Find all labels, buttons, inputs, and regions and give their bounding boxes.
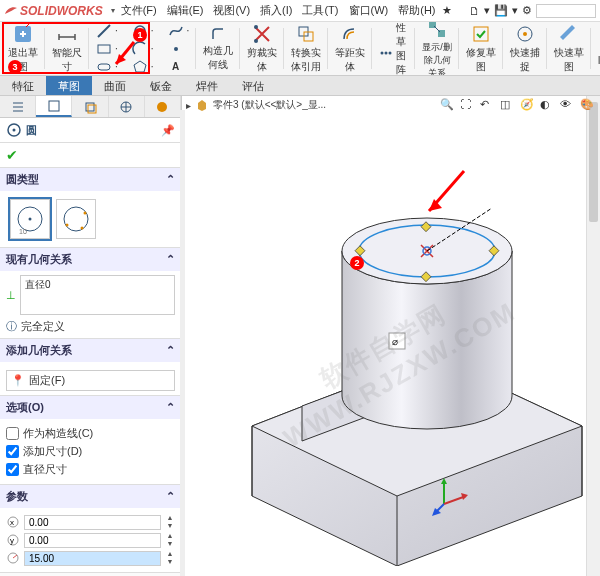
r-spin[interactable]: ▲▼	[165, 550, 175, 566]
expand-tree-icon[interactable]: ▸	[186, 100, 191, 111]
trim-button[interactable]: 剪裁实 体	[247, 23, 277, 74]
menu-file[interactable]: 文件(F)	[117, 3, 161, 18]
part-icon	[195, 98, 209, 112]
fix-label: 固定(F)	[29, 373, 65, 388]
print-icon[interactable]: ▾	[512, 4, 518, 17]
scrollbar-thumb[interactable]	[589, 102, 598, 222]
tab-features[interactable]: 特征	[0, 76, 46, 95]
repair-sketch-button[interactable]: 修复草 图	[466, 23, 496, 74]
section-circle-type[interactable]: 圆类型 ⌃	[0, 168, 181, 191]
pm-tab-config[interactable]	[72, 96, 108, 117]
options-label: 选项(O)	[6, 400, 44, 415]
menu-tools[interactable]: 工具(T)	[298, 3, 342, 18]
save-icon[interactable]: 💾	[494, 4, 508, 17]
pm-pin-icon[interactable]: 📌	[161, 124, 175, 137]
graphics-area[interactable]: ▸ 零件3 (默认<<默认>_显... 🔍 ⛶ ↶ ◫ 🧭 ◐ 👁 🎨 软件自学…	[182, 96, 600, 576]
fillet-icon	[210, 26, 226, 42]
open-doc-icon[interactable]: ▾	[484, 4, 490, 17]
new-doc-icon[interactable]: 🗋	[469, 5, 480, 17]
display-style-icon[interactable]: ◐	[540, 98, 556, 114]
cx-spin[interactable]: ▲▼	[165, 514, 175, 530]
menu-help[interactable]: 帮助(H)	[394, 3, 439, 18]
star-icon[interactable]: ★	[442, 4, 452, 17]
pm-scroll[interactable]: 圆类型 ⌃ 10 现有几何关系 ⌃ ⊥	[0, 168, 181, 576]
part-title[interactable]: 零件3 (默认<<默认>_显...	[213, 98, 326, 112]
dimension-icon	[56, 23, 78, 45]
fillet-tool[interactable]	[210, 26, 226, 42]
pattern-icon	[379, 41, 393, 57]
line-tool[interactable]: ·	[96, 23, 118, 39]
construction-label: 作为构造线(C)	[23, 426, 93, 441]
rapid-sketch-button[interactable]: 快速草 图	[554, 23, 584, 74]
param-cy-input[interactable]	[24, 533, 161, 548]
menu-edit[interactable]: 编辑(E)	[163, 3, 208, 18]
param-r-input[interactable]	[24, 551, 161, 566]
cy-spin[interactable]: ▲▼	[165, 532, 175, 548]
linear-pattern-button[interactable]: 线性草图阵列	[379, 22, 408, 76]
pm-tab-feature[interactable]	[0, 96, 36, 117]
menu-view[interactable]: 视图(V)	[209, 3, 254, 18]
display-relations-button[interactable]: 显示/删 除几何 关系	[422, 22, 452, 76]
search-input[interactable]	[536, 4, 596, 18]
circle-type-perimeter[interactable]	[56, 199, 96, 239]
spline-tool[interactable]: ·	[168, 23, 190, 39]
menubar: SOLIDWORKS ▾ 文件(F) 编辑(E) 视图(V) 插入(I) 工具(…	[0, 0, 600, 22]
menu-window[interactable]: 窗口(W)	[345, 3, 393, 18]
zoom-fit-icon[interactable]: 🔍	[440, 98, 456, 114]
view-triad[interactable]	[432, 476, 472, 516]
collapse-icon: ⌃	[166, 401, 175, 414]
relation-item[interactable]: 直径0	[25, 279, 51, 290]
add-fix-button[interactable]: 📍 固定(F)	[6, 370, 175, 391]
diam-dim-label: 直径尺寸	[23, 462, 67, 477]
relations-list[interactable]: 直径0	[20, 275, 175, 315]
section-params[interactable]: 参数 ⌃	[0, 485, 181, 508]
hide-show-icon[interactable]: 👁	[560, 98, 576, 114]
zoom-area-icon[interactable]: ⛶	[460, 98, 476, 114]
opt-diam-dim[interactable]: 直径尺寸	[6, 462, 175, 477]
trim-icon	[251, 23, 273, 45]
circle-type-center[interactable]: 10	[10, 199, 50, 239]
opt-construction[interactable]: 作为构造线(C)	[6, 426, 175, 441]
section-add-relations[interactable]: 添加几何关系 ⌃	[0, 339, 181, 362]
collapse-icon: ⌃	[166, 173, 175, 186]
add-dim-checkbox[interactable]	[6, 445, 19, 458]
svg-point-11	[381, 51, 384, 54]
menu-insert[interactable]: 插入(I)	[256, 3, 296, 18]
tab-sketch[interactable]: 草图	[46, 76, 92, 95]
tab-weldment[interactable]: 焊件	[184, 76, 230, 95]
text-tool[interactable]: A	[168, 59, 190, 75]
diam-dim-checkbox[interactable]	[6, 463, 19, 476]
relations-icon	[426, 22, 448, 40]
construction-checkbox[interactable]	[6, 427, 19, 440]
view-orient-icon[interactable]: 🧭	[520, 98, 536, 114]
convert-entities-button[interactable]: 转换实 体引用	[291, 23, 321, 74]
annotation-arrow-ribbon	[110, 40, 150, 80]
panel-splitter[interactable]	[180, 110, 185, 576]
view-toolbar: 🔍 ⛶ ↶ ◫ 🧭 ◐ 👁 🎨	[440, 98, 596, 114]
dropdown-icon[interactable]: ▾	[111, 6, 115, 15]
svg-rect-17	[474, 27, 488, 41]
smart-dimension-button[interactable]: 智能尺 寸	[52, 23, 82, 74]
exit-sketch-icon	[12, 23, 34, 45]
ok-button[interactable]: ✔	[6, 147, 18, 163]
canvas-scrollbar[interactable]	[586, 96, 600, 576]
rapid-sketch-label: 快速草 图	[554, 46, 584, 74]
edit-appearance-icon[interactable]: 🎨	[580, 98, 596, 114]
quick-snap-button[interactable]: 快速捕 捉	[510, 23, 540, 74]
section-relations[interactable]: 现有几何关系 ⌃	[0, 248, 181, 271]
pm-tab-property[interactable]	[36, 96, 72, 117]
model-view[interactable]: ⌀	[182, 96, 600, 566]
svg-rect-22	[88, 105, 96, 113]
collapse-icon: ⌃	[166, 344, 175, 357]
section-options[interactable]: 选项(O) ⌃	[0, 396, 181, 419]
param-cx-input[interactable]	[24, 515, 161, 530]
pm-tab-appearance[interactable]	[145, 96, 181, 117]
tab-evaluate[interactable]: 评估	[230, 76, 276, 95]
options-icon[interactable]: ⚙	[522, 4, 532, 17]
section-view-icon[interactable]: ◫	[500, 98, 516, 114]
opt-add-dim[interactable]: 添加尺寸(D)	[6, 444, 175, 459]
prev-view-icon[interactable]: ↶	[480, 98, 496, 114]
pm-tab-dim[interactable]	[109, 96, 145, 117]
point-tool[interactable]	[168, 41, 190, 57]
offset-icon[interactable]	[340, 24, 360, 44]
